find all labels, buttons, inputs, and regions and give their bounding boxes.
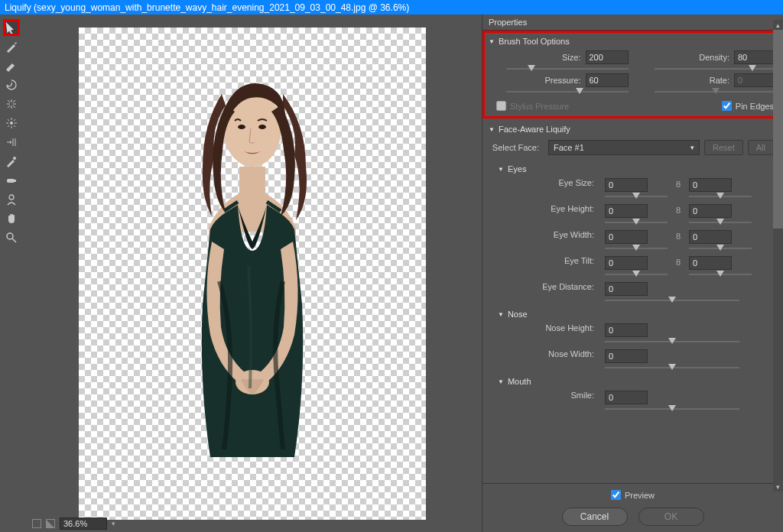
svg-point-0 [10, 122, 13, 125]
eye-width-left[interactable]: 0 [605, 230, 648, 244]
svg-point-7 [238, 125, 245, 129]
pucker-tool[interactable] [3, 96, 20, 112]
eye-size-right[interactable]: 0 [689, 178, 732, 192]
scroll-thumb[interactable] [773, 30, 783, 229]
zoom-dropdown-icon[interactable]: ▾ [112, 520, 115, 527]
select-face-label: Select Face: [492, 143, 544, 152]
nose-height[interactable]: 0 [605, 323, 648, 337]
eye-tilt-left[interactable]: 0 [605, 256, 648, 270]
canvas-image [164, 52, 340, 465]
hand-tool[interactable] [3, 210, 20, 227]
link-icon[interactable]: 8 [674, 178, 683, 189]
chevron-down-icon: ▾ [690, 144, 694, 151]
eye-distance[interactable]: 0 [605, 282, 648, 296]
forward-warp-tool[interactable] [3, 19, 20, 36]
bloat-tool[interactable] [3, 115, 20, 131]
nose-height-label: Nose Height: [492, 323, 599, 332]
eye-distance-label: Eye Distance: [492, 282, 599, 291]
zoom-tool[interactable] [3, 229, 20, 246]
canvas-area: 36.6% ▾ [23, 15, 482, 532]
status-bar: 36.6% ▾ [23, 515, 482, 532]
nose-width-label: Nose Width: [492, 349, 599, 358]
ok-button[interactable]: OK [638, 508, 704, 526]
grid-icon[interactable] [32, 519, 41, 528]
brush-density-slider[interactable] [655, 64, 777, 73]
face-section: Face-Aware Liquify Select Face: Face #1▾… [482, 118, 783, 418]
brush-density-control: Density: 80 [638, 50, 778, 73]
preview-checkbox[interactable]: Preview [611, 490, 655, 500]
canvas[interactable] [79, 28, 426, 520]
smooth-tool[interactable] [3, 57, 20, 74]
svg-rect-3 [14, 180, 16, 182]
properties-panel: Properties Brush Tool Options Size: 200 … [482, 15, 783, 532]
eye-height-label: Eye Height: [492, 204, 599, 213]
svg-point-4 [9, 195, 14, 200]
reconstruct-tool[interactable] [3, 38, 20, 55]
reset-button[interactable]: Reset [704, 140, 743, 155]
scroll-down-icon[interactable]: ▾ [773, 482, 783, 491]
eye-height-right[interactable]: 0 [689, 204, 732, 218]
brush-section: Brush Tool Options Size: 200 Density: 80… [482, 31, 783, 118]
toolbar [0, 15, 23, 532]
brush-rate-input: 0 [734, 73, 777, 87]
main: 36.6% ▾ Properties Brush Tool Options Si… [0, 15, 783, 532]
face-disclose[interactable]: Face-Aware Liquify [487, 122, 778, 137]
select-face-dropdown[interactable]: Face #1▾ [548, 140, 700, 155]
mouth-disclose[interactable]: Mouth [487, 374, 778, 389]
brush-size-control: Size: 200 [489, 50, 629, 73]
brush-pressure-input[interactable]: 60 [586, 73, 629, 87]
eye-size-left[interactable]: 0 [605, 178, 648, 192]
nose-width[interactable]: 0 [605, 349, 648, 363]
stylus-pressure-checkbox: Stylus Pressure [496, 101, 569, 111]
push-left-tool[interactable] [3, 134, 20, 151]
link-icon[interactable]: 8 [674, 204, 683, 215]
brush-pressure-slider[interactable] [506, 87, 629, 96]
checker-icon[interactable] [46, 519, 55, 528]
eye-tilt-right[interactable]: 0 [689, 256, 732, 270]
svg-point-5 [7, 233, 13, 239]
title-bar: Liquify (sexy_young_woman_with_brunette_… [0, 0, 783, 15]
brush-size-input[interactable]: 200 [586, 50, 629, 64]
eyes-disclose[interactable]: Eyes [487, 161, 778, 177]
svg-point-8 [258, 125, 266, 129]
brush-pressure-control: Pressure: 60 [489, 73, 629, 96]
link-icon[interactable]: 8 [674, 230, 683, 241]
twirl-tool[interactable] [3, 76, 20, 93]
zoom-level[interactable]: 36.6% [60, 517, 107, 530]
eye-size-label: Eye Size: [492, 178, 599, 187]
smile[interactable]: 0 [605, 391, 648, 404]
freeze-mask-tool[interactable] [3, 153, 20, 170]
brush-rate-control: Rate: 0 [638, 73, 778, 96]
eye-height-left[interactable]: 0 [605, 204, 648, 218]
brush-size-slider[interactable] [506, 64, 629, 73]
scroll-up-icon[interactable]: ▴ [773, 20, 783, 30]
window-title: Liquify (sexy_young_woman_with_brunette_… [5, 2, 409, 13]
properties-title: Properties [482, 15, 783, 31]
eye-tilt-label: Eye Tilt: [492, 256, 599, 265]
thaw-mask-tool[interactable] [3, 172, 20, 189]
smile-label: Smile: [492, 391, 599, 400]
eye-width-right[interactable]: 0 [689, 230, 732, 244]
eye-width-label: Eye Width: [492, 230, 599, 239]
dialog-buttons: Preview Cancel OK [482, 483, 783, 532]
face-tool[interactable] [3, 191, 20, 208]
brush-density-input[interactable]: 80 [734, 50, 777, 64]
brush-disclose[interactable]: Brush Tool Options [487, 34, 778, 49]
svg-point-1 [13, 157, 16, 160]
brush-rate-slider [655, 87, 777, 96]
cancel-button[interactable]: Cancel [562, 508, 628, 526]
link-icon[interactable]: 8 [674, 256, 683, 267]
pin-edges-checkbox[interactable]: Pin Edges [722, 101, 774, 111]
svg-rect-2 [7, 179, 15, 183]
all-button[interactable]: All [748, 140, 774, 155]
scrollbar[interactable]: ▴ ▾ [773, 30, 783, 482]
nose-disclose[interactable]: Nose [487, 307, 778, 322]
